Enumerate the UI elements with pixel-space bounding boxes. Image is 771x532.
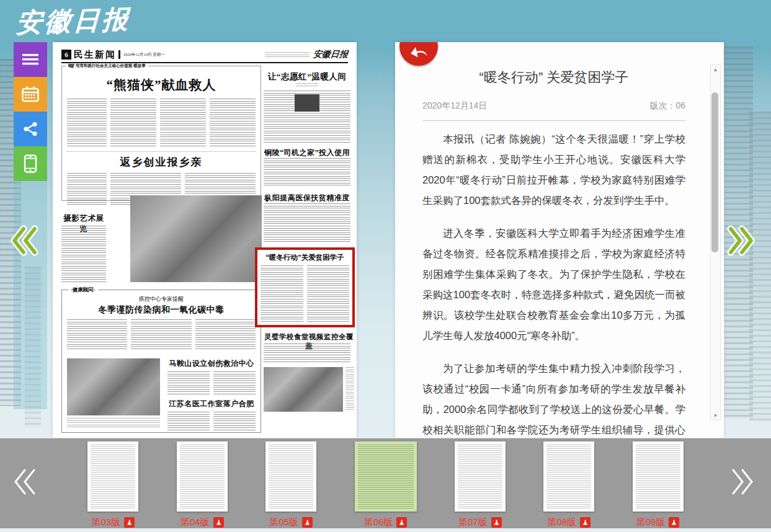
- village-photo: [264, 367, 343, 412]
- photo-caption-lines: [67, 418, 160, 428]
- thumbnail-label[interactable]: 第03版: [92, 516, 121, 528]
- body-text-lines: [160, 99, 206, 147]
- health-kicker: 疾控中心专家提醒: [67, 295, 256, 303]
- article-paragraph: 本报讯（记者 陈婉婉）“这个冬天很温暖！”穿上学校赠送的新棉衣，受助学生小王开心…: [422, 129, 685, 211]
- double-chevron-right-icon: [730, 467, 755, 497]
- body-text-lines: [307, 265, 350, 324]
- headline-driver-home[interactable]: 铜陵“司机之家”投入使用: [264, 148, 350, 158]
- thumbnail-label[interactable]: 第04版: [180, 516, 210, 528]
- mobile-button[interactable]: [14, 146, 47, 181]
- body-text-lines: [195, 319, 256, 349]
- body-text-lines: [213, 412, 256, 430]
- previous-page-button[interactable]: [10, 224, 40, 259]
- thumbnail-list: 第03版 第04版 第05版 第06版 第07版: [50, 441, 721, 528]
- body-text-lines: [67, 319, 127, 349]
- article-edition: 版次：06: [649, 100, 685, 112]
- scrollbar[interactable]: ▲ ▼: [710, 64, 721, 420]
- byline-lines: [67, 99, 107, 147]
- site-logo: 安徽日报: [16, 2, 131, 40]
- thumbnail-label[interactable]: 第06版: [364, 516, 393, 528]
- body-text-lines: [264, 344, 350, 363]
- pdf-icon[interactable]: [669, 517, 679, 528]
- thumbnails-scroll-left-button[interactable]: [12, 467, 37, 499]
- health-box: ·健康顾问· 疾控中心专家提醒 冬季谨防传染病和一氧化碳中毒 马鞍山设立创伤救治…: [61, 290, 261, 433]
- thumbnail-page-04[interactable]: 第04版: [177, 441, 228, 528]
- author-lines: [296, 83, 318, 87]
- calendar-icon: [22, 86, 39, 102]
- headline-jiangsu[interactable]: 江苏名医工作室落户合肥: [167, 399, 256, 409]
- scroll-down-icon[interactable]: ▼: [711, 411, 720, 420]
- scrollbar-thumb[interactable]: [711, 92, 718, 252]
- double-chevron-left-icon: [10, 224, 40, 257]
- thumbnail-page-05[interactable]: 第05版: [265, 441, 316, 528]
- back-button[interactable]: [399, 42, 438, 66]
- double-chevron-right-icon: [726, 224, 755, 257]
- menu-button[interactable]: [14, 42, 47, 77]
- pdf-icon[interactable]: [580, 517, 591, 528]
- body-text-lines: [61, 226, 106, 283]
- pdf-icon[interactable]: [213, 517, 224, 528]
- share-button[interactable]: [14, 112, 47, 146]
- headline-panda-hero[interactable]: “熊猫侠”献血救人: [67, 76, 256, 94]
- thumbnail-label[interactable]: 第07版: [458, 516, 488, 528]
- thumbnail-page-09[interactable]: 第09版: [633, 441, 684, 528]
- article-title: “暖冬行动” 关爱贫困学子: [422, 68, 685, 87]
- thumbnail-label[interactable]: 第05版: [269, 516, 298, 528]
- double-chevron-left-icon: [12, 467, 37, 497]
- calendar-button[interactable]: [14, 77, 47, 112]
- health-label: ·健康顾问·: [68, 286, 98, 294]
- newspaper-page[interactable]: 6 民生新闻 2020年12月14日 星期一 安徽日报 培育和践行社会主义核心价…: [53, 42, 357, 438]
- thumbnail-page-06-active[interactable]: 第06版: [355, 441, 417, 528]
- page-preview[interactable]: [177, 441, 228, 512]
- pdf-icon[interactable]: [491, 517, 502, 528]
- pdf-icon[interactable]: [396, 517, 407, 528]
- column-logo: [295, 94, 319, 112]
- body-text-lines: [261, 265, 303, 324]
- next-page-button[interactable]: [726, 224, 755, 259]
- body-text-lines: [110, 99, 156, 147]
- thumbnail-bar: 第03版 第04版 第05版 第06版 第07版: [0, 438, 771, 528]
- headline-health[interactable]: 冬季谨防传染病和一氧化碳中毒: [67, 304, 256, 316]
- health-photo: [67, 358, 160, 415]
- thumbnail-page-07[interactable]: 第07版: [455, 441, 506, 528]
- page-preview[interactable]: [355, 441, 417, 512]
- photo-caption-lines: [345, 367, 354, 412]
- body-text-lines: [210, 99, 256, 147]
- thumbnail-label[interactable]: 第09版: [636, 516, 666, 528]
- newspaper-header: 6 民生新闻 2020年12月14日 星期一 安徽日报: [61, 48, 348, 61]
- article-paragraph: 进入冬季，安徽医科大学立即着手为经济困难学生准备过冬物资。经各院系精准摸排之后，…: [422, 223, 685, 346]
- backdrop-building: [749, 112, 771, 422]
- article-content: “暖冬行动” 关爱贫困学子 2020年12月14日 版次：06 本报讯（记者 陈…: [422, 63, 685, 438]
- divider: [118, 50, 120, 59]
- thumbnail-page-03[interactable]: 第03版: [87, 441, 138, 528]
- article-body: 本报讯（记者 陈婉婉）“这个冬天很温暖！”穿上学校赠送的新棉衣，受助学生小王开心…: [422, 129, 685, 438]
- article-date: 2020年12月14日: [422, 100, 487, 112]
- headline-return-home[interactable]: 返乡创业报乡亲: [67, 155, 256, 169]
- back-arrow-icon: [408, 42, 430, 62]
- headline-volunteer[interactable]: 让“志愿红”温暖人间: [264, 71, 350, 82]
- app-window: 安徽日报: [0, 0, 771, 532]
- thumbnail-label[interactable]: 第08版: [547, 516, 576, 528]
- pdf-icon[interactable]: [302, 517, 313, 528]
- highlighted-article[interactable]: “暖冬行动”关爱贫困学子: [255, 247, 355, 327]
- pdf-icon[interactable]: [124, 517, 135, 528]
- scroll-up-icon[interactable]: ▲: [711, 65, 720, 74]
- editor-credit-lines: [265, 52, 310, 57]
- thumbnail-page-08[interactable]: 第08版: [543, 441, 594, 528]
- section-title: 民生新闻: [74, 49, 116, 61]
- phone-icon: [24, 154, 37, 173]
- thumbnails-scroll-right-button[interactable]: [730, 467, 755, 499]
- page-preview[interactable]: [633, 441, 684, 512]
- page-date: 2020年12月14日 星期一: [123, 52, 165, 58]
- headline-warm-winter[interactable]: “暖冬行动”关爱贫困学子: [261, 253, 349, 262]
- story-divider: [67, 151, 256, 152]
- headline-trauma[interactable]: 马鞍山设立创伤救治中心: [167, 358, 256, 369]
- article-panel: “暖冬行动” 关爱贫困学子 2020年12月14日 版次：06 本报讯（记者 陈…: [395, 42, 724, 438]
- page-preview[interactable]: [265, 441, 316, 512]
- page-preview[interactable]: [543, 441, 594, 512]
- headline-medicare[interactable]: 枞阳提高医保扶贫精准度: [264, 193, 350, 203]
- page-preview[interactable]: [455, 441, 506, 512]
- body-text-lines: [264, 158, 350, 187]
- menu-icon: [22, 53, 38, 66]
- page-preview[interactable]: [87, 441, 138, 512]
